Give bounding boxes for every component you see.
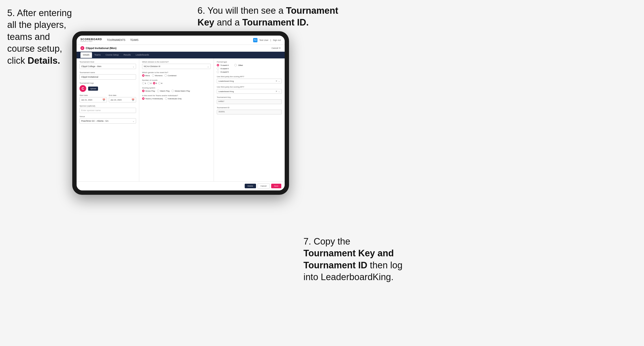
scoring-label: Scoring system [142, 87, 211, 89]
delete-button[interactable]: Delete [245, 184, 256, 188]
teams-radio-group: Teams (+Individuals) Individuals Only [142, 97, 211, 100]
c-logo: C [80, 85, 86, 92]
teams-group: Is this event for Teams and/or Individua… [142, 95, 211, 100]
venue-input[interactable]: Peachtree GC - Atlanta - GA [80, 118, 136, 124]
nav-tournaments[interactable]: TOURNAMENTS [107, 39, 125, 41]
logo-upload-area: C Upload [80, 85, 136, 92]
user-name: Test User [260, 39, 268, 41]
format-6count5-radio[interactable] [217, 71, 219, 73]
tab-leaderboards[interactable]: Leaderboards [133, 52, 152, 58]
gender-group: Which gender is the event for? Mens Wome… [142, 71, 211, 77]
tournament-logo-group: Tournament logo C Upload [80, 82, 136, 92]
bottom-bar: Delete Cancel Save [76, 181, 285, 190]
scoring-stroke-radio[interactable] [142, 90, 144, 92]
round-1[interactable]: 1 [142, 82, 146, 84]
format-6count4-radio[interactable] [217, 67, 219, 70]
top-nav: SCOREBOARD Powered by clippd TOURNAMENTS… [76, 36, 285, 45]
tab-teams[interactable]: Teams [92, 52, 103, 58]
format-options: 5 count 4 Other 6 count 4 [217, 64, 282, 73]
rounds-radio-group: 1 2 3 4 [142, 82, 211, 84]
round-2-radio[interactable] [148, 82, 150, 84]
individuals-only-radio[interactable] [165, 97, 168, 100]
nav-separator: | [270, 39, 271, 41]
scoreboard-logo: SCOREBOARD [80, 38, 102, 41]
format-other[interactable]: Other [234, 64, 243, 66]
teams-plus-individuals[interactable]: Teams (+Individuals) [142, 97, 163, 100]
tab-details[interactable]: Details [80, 52, 92, 58]
scoring-radio-group: Stroke Play Match Play Medal Match Play [142, 90, 211, 92]
scoring-medal-match-radio[interactable] [172, 90, 174, 92]
division-input[interactable]: NCAA Division III [142, 64, 211, 69]
format-label: Format type [217, 61, 282, 63]
venue-label: Venue [80, 115, 136, 118]
tab-results[interactable]: Results [121, 52, 133, 58]
individuals-only[interactable]: Individuals Only [165, 97, 182, 100]
date-row: Start date Jan 21, 2024 📅 End date Jan 2… [80, 94, 136, 102]
right-panel: Format type 5 count 4 Other [214, 58, 285, 181]
format-6count5-label: 6 count 5 [220, 71, 228, 73]
scoring-match[interactable]: Match Play [157, 90, 170, 92]
tournament-host-label: Tournament Host [80, 61, 136, 63]
gender-combined-radio[interactable] [164, 74, 167, 77]
round-4[interactable]: 4 [158, 82, 162, 84]
scoring-medal-match[interactable]: Medal Match Play [172, 90, 190, 92]
end-date-input[interactable]: Jan 23, 2024 📅 [109, 97, 136, 102]
teams-plus-radio[interactable] [142, 97, 144, 100]
round-3-radio[interactable] [153, 82, 155, 84]
sign-out-link[interactable]: Sign out [273, 39, 281, 41]
start-date-input[interactable]: Jan 21, 2024 📅 [80, 97, 107, 102]
tournament-title: Clippd Invitational (Men) [86, 47, 116, 49]
tab-course-setup[interactable]: Course Setup [103, 52, 121, 58]
tournament-header: C Clippd Invitational (Men) Cancel ✕ [76, 45, 285, 52]
tournament-key-group: Tournament Key b4f6b7 [217, 96, 282, 104]
format-5count4-radio[interactable] [217, 64, 219, 66]
gender-womens-radio[interactable] [152, 74, 154, 77]
main-content: Tournament Host Clippd College - Men Tou… [76, 58, 285, 181]
nav-teams[interactable]: TEAMS [130, 39, 138, 41]
sponsor-group: Sponsor (optional) Enter sponsor name [80, 105, 136, 113]
tournament-key-value: b4f6b7 [217, 99, 282, 104]
gender-combined[interactable]: Combined [164, 74, 176, 77]
tournament-name-group: Tournament name Clippd Invitational [80, 71, 136, 80]
scoring-match-radio[interactable] [157, 90, 160, 92]
format-other-radio[interactable] [234, 64, 237, 66]
gender-label: Which gender is the event for? [142, 71, 211, 74]
format-5count4[interactable]: 5 count 4 [217, 64, 228, 66]
upload-button[interactable]: Upload [88, 87, 98, 91]
format-6count4[interactable]: 6 count 4 [217, 67, 282, 70]
user-icon: TU [253, 38, 258, 42]
tablet-frame: SCOREBOARD Powered by clippd TOURNAMENTS… [72, 31, 289, 195]
third-party-2-input[interactable]: Leaderboard King ✕ ⌄ [217, 89, 282, 94]
left-panel: Tournament Host Clippd College - Men Tou… [76, 58, 139, 181]
annotation-left: 5. After entering all the players, teams… [7, 7, 75, 67]
cancel-button[interactable]: Cancel [258, 183, 270, 188]
round-2[interactable]: 2 [148, 82, 151, 84]
format-group: Format type 5 count 4 Other [217, 61, 282, 73]
save-button[interactable]: Save [271, 184, 281, 188]
sponsor-label: Sponsor (optional) [80, 105, 136, 107]
gender-mens[interactable]: Mens [142, 74, 150, 77]
teams-label: Is this event for Teams and/or Individua… [142, 95, 211, 97]
round-1-radio[interactable] [142, 82, 144, 84]
gender-womens[interactable]: Womens [152, 74, 162, 77]
round-3[interactable]: 3 [153, 82, 157, 84]
logo-area: SCOREBOARD Powered by clippd [80, 38, 102, 42]
third-party-1-input[interactable]: Leaderboard King ✕ ⌄ [217, 79, 282, 83]
round-4-radio[interactable] [158, 82, 161, 84]
sponsor-input[interactable]: Enter sponsor name [80, 108, 136, 113]
nav-right: TU Test User | Sign out [253, 38, 281, 42]
third-party-1-clear[interactable]: ✕ ⌄ [276, 80, 280, 82]
tournament-name-input[interactable]: Clippd Invitational [80, 74, 136, 80]
scoring-stroke[interactable]: Stroke Play [142, 90, 155, 92]
third-party-2-clear[interactable]: ✕ ⌄ [276, 90, 280, 93]
logo-sub: Powered by clippd [80, 41, 102, 42]
division-label: Which division is the event for? [142, 61, 211, 63]
gender-mens-radio[interactable] [142, 74, 144, 77]
cancel-header-btn[interactable]: Cancel ✕ [272, 47, 281, 49]
tournament-id-label: Tournament ID [217, 107, 282, 109]
format-6count5[interactable]: 6 count 5 [217, 71, 282, 73]
tablet-screen: SCOREBOARD Powered by clippd TOURNAMENTS… [76, 36, 285, 190]
tournament-host-input[interactable]: Clippd College - Men [80, 64, 136, 69]
third-party-2-label: Use third-party live scoring API? [217, 86, 282, 88]
gender-radio-group: Mens Womens Combined [142, 74, 211, 77]
